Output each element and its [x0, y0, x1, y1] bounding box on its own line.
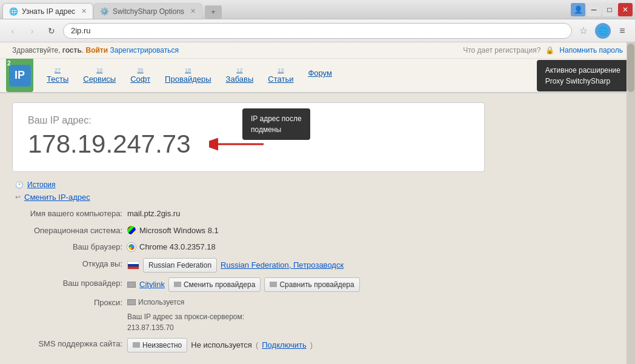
back-button[interactable]: ‹ — [5, 23, 21, 39]
refresh-icon: ↻ — [48, 26, 55, 36]
menu-icon: ≡ — [619, 25, 625, 36]
location-label: Откуда вы: — [15, 258, 127, 270]
register-link[interactable]: Зарегистрироваться — [110, 46, 178, 55]
login-link[interactable]: Войти — [85, 46, 108, 55]
nav-item-soft[interactable]: 35 Софт — [123, 59, 158, 92]
provider-value: Citylink Сменить провайдера Сравнить про… — [127, 277, 360, 292]
sms-row: SMS поддержка сайта: Неизвестно Не испол… — [15, 338, 482, 352]
close-icon: ✕ — [622, 5, 628, 14]
os-value: Microsoft Windows 8.1 — [127, 225, 219, 237]
nav-item-articles[interactable]: 13 Статьи — [261, 59, 301, 92]
tab2-label: SwitchySharp Options — [113, 7, 184, 16]
location-row: Откуда вы: Russian Federation Russian Fe… — [15, 258, 482, 273]
site-nav: 2 IP 27 Тесты 10 Сервисы 35 Софт 18 Пров… — [0, 59, 635, 93]
what-gives-link[interactable]: Что дает регистрация? — [463, 46, 540, 55]
computer-name-row: Имя вашего компьютера: mail.ptz.2gis.ru — [15, 208, 482, 220]
change-icon — [174, 282, 181, 287]
change-ip-row: ↩ Сменить IP-адрес — [15, 193, 482, 202]
change-provider-button[interactable]: Сменить провайдера — [168, 277, 261, 292]
tab2-close[interactable]: ✕ — [190, 7, 196, 15]
tab-switchysharp[interactable]: ⚙️ SwitchySharp Options ✕ — [93, 3, 202, 19]
maximize-button[interactable]: □ — [602, 3, 617, 16]
nav-items: 27 Тесты 10 Сервисы 35 Софт 18 Провайдер… — [39, 59, 339, 92]
header-right: Что дает регистрация? 🔒 Напомнить пароль — [463, 46, 623, 55]
nav-item-providers[interactable]: 18 Провайдеры — [158, 59, 218, 92]
tab1-favicon: 🌐 — [9, 7, 18, 16]
proxy-row: Прокси: Используется Ваш IP адрес за про… — [15, 297, 482, 333]
greeting-text: Здравствуйте, гость. Войти Зарегистриров… — [12, 46, 179, 55]
compare-provider-button[interactable]: Сравнить провайдера — [264, 277, 359, 292]
maximize-icon: □ — [607, 5, 611, 14]
ip-after-change-tooltip: IP адрес послеподмены — [242, 108, 310, 140]
browser-label: Ваш браузер: — [15, 241, 127, 253]
globe-button[interactable]: 🌐 — [595, 23, 611, 39]
window-titlebar: 🌐 Узнать IP адрес ✕ ⚙️ SwitchySharp Opti… — [0, 0, 635, 19]
tab1-label: Узнать IP адрес — [22, 7, 75, 16]
new-tab-button[interactable]: + — [205, 5, 222, 19]
ip-address: 178.19.247.73 — [28, 130, 191, 159]
url-text: 2ip.ru — [71, 26, 91, 35]
remind-pass-link[interactable]: Напомнить пароль — [559, 46, 623, 55]
tabs-area: 🌐 Узнать IP адрес ✕ ⚙️ SwitchySharp Opti… — [2, 0, 571, 19]
user-button[interactable]: 👤 — [571, 3, 585, 16]
page-content: Здравствуйте, гость. Войти Зарегистриров… — [0, 42, 635, 364]
computer-name-value: mail.ptz.2gis.ru — [127, 208, 180, 220]
logo: 2 IP — [6, 59, 33, 92]
window-controls: 👤 ─ □ ✕ — [571, 3, 633, 16]
nav-item-services[interactable]: 10 Сервисы — [76, 59, 123, 92]
minimize-icon: ─ — [591, 5, 597, 14]
proxy-tooltip: Активное расширениеProxy SwitchySharp — [537, 60, 629, 91]
sms-icon — [133, 342, 140, 348]
globe-icon: 🌐 — [598, 26, 608, 36]
user-icon: 👤 — [574, 5, 583, 14]
history-row: 🕐 История — [15, 180, 482, 189]
forward-icon: › — [31, 26, 34, 36]
proxy-icon — [127, 299, 136, 305]
tab2-favicon: ⚙️ — [100, 7, 109, 16]
chrome-icon — [127, 243, 136, 251]
menu-button[interactable]: ≡ — [614, 23, 630, 39]
provider-icon — [127, 282, 136, 288]
info-section: 🕐 История ↩ Сменить IP-адрес Имя вашего … — [12, 180, 485, 352]
provider-link[interactable]: Citylink — [139, 279, 165, 291]
nav-item-tests[interactable]: 27 Тесты — [39, 59, 76, 92]
star-icon: ☆ — [579, 25, 588, 36]
location-detail-link[interactable]: Russian Federation, Петрозаводск — [221, 259, 344, 271]
nav-item-forum[interactable]: Форум — [301, 59, 339, 92]
russian-federation-badge: Russian Federation — [143, 258, 217, 273]
sms-badge: Неизвестно — [127, 338, 187, 352]
tab-uznat-ip[interactable]: 🌐 Узнать IP адрес ✕ — [2, 3, 93, 19]
computer-name-label: Имя вашего компьютера: — [15, 208, 127, 220]
sms-connect-link[interactable]: Подключить — [262, 339, 307, 351]
minimize-button[interactable]: ─ — [587, 3, 601, 16]
browser-row: Ваш браузер: Chrome 43.0.2357.18 — [15, 241, 482, 253]
bookmark-button[interactable]: ☆ — [576, 23, 591, 39]
location-value: Russian Federation Russian Federation, П… — [127, 258, 344, 273]
os-row: Операционная система: Microsoft Windows … — [15, 225, 482, 237]
change-ip-link[interactable]: Сменить IP-адрес — [24, 193, 90, 202]
compare-icon — [270, 282, 277, 287]
main-content: IP адрес послеподмены Ваш IP адрес: 178.… — [0, 93, 497, 364]
sms-value: Неизвестно Не используется (Подключить) — [127, 338, 313, 352]
nav-bar: ‹ › ↻ 2ip.ru ☆ 🌐 ≡ — [0, 19, 635, 42]
provider-label: Ваш провайдер: — [15, 277, 127, 290]
proxy-value: Используется Ваш IP адрес за прокси-серв… — [127, 297, 244, 333]
sms-label: SMS поддержка сайта: — [15, 338, 127, 350]
forward-button[interactable]: › — [24, 23, 40, 39]
history-link[interactable]: История — [27, 180, 56, 189]
windows-icon — [127, 226, 136, 234]
proxy-label: Прокси: — [15, 297, 127, 309]
russia-flag-icon — [127, 261, 139, 270]
site-header: Здравствуйте, гость. Войти Зарегистриров… — [0, 42, 635, 59]
scrollbar[interactable] — [627, 42, 635, 364]
address-bar[interactable]: 2ip.ru — [63, 23, 572, 39]
os-label: Операционная система: — [15, 225, 127, 237]
nav-item-fun[interactable]: 12 Забавы — [219, 59, 261, 92]
refresh-button[interactable]: ↻ — [44, 23, 59, 39]
browser-value: Chrome 43.0.2357.18 — [127, 241, 216, 253]
back-icon: ‹ — [12, 26, 15, 36]
provider-row: Ваш провайдер: Citylink Сменить провайде… — [15, 277, 482, 292]
scrollbar-thumb[interactable] — [627, 44, 634, 92]
tab1-close[interactable]: ✕ — [81, 7, 87, 15]
close-button[interactable]: ✕ — [618, 3, 633, 16]
